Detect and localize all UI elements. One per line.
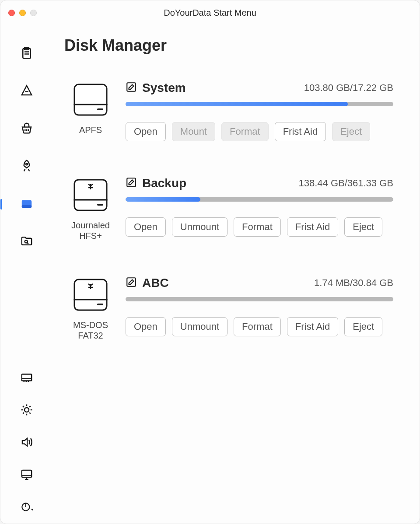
disk-filesystem-label: Journaled HFS+ [64, 220, 117, 241]
disk-usage-bar [126, 197, 393, 202]
sidebar-item-apps[interactable] [19, 84, 35, 99]
eject-button: Eject [332, 122, 370, 141]
apps-icon [20, 84, 33, 99]
sidebar-item-memory[interactable] [19, 370, 35, 386]
disk-actions: OpenUnmountFormatFrist AidEject [126, 317, 393, 336]
disk-name: ABC [142, 276, 169, 290]
titlebar: DoYourData Start Menu [0, 0, 420, 25]
edit-name-icon[interactable] [126, 276, 137, 290]
disk-actions: OpenMountFormatFrist AidEject [126, 122, 393, 141]
svg-rect-32 [97, 108, 103, 110]
sidebar-item-disk-manager[interactable] [19, 196, 35, 212]
sidebar-item-power[interactable] [19, 500, 35, 516]
window-title: DoYourData Start Menu [0, 8, 420, 18]
format-button[interactable]: Format [234, 317, 281, 336]
rocket-icon [20, 159, 33, 174]
svg-rect-34 [97, 204, 103, 206]
monitor-icon [20, 468, 33, 483]
svg-rect-37 [127, 278, 136, 286]
sidebar-item-sound[interactable] [19, 435, 35, 451]
svg-line-11 [27, 243, 28, 244]
svg-rect-9 [22, 205, 32, 208]
page-title: Disk Manager [64, 36, 393, 55]
main-content: Disk Manager APFS System 103.80 GB/17.22… [53, 25, 420, 524]
sidebar-item-display[interactable] [19, 468, 35, 483]
sidebar [0, 25, 53, 524]
disk-name: Backup [142, 176, 186, 190]
edit-name-icon[interactable] [126, 177, 137, 190]
disk-usage-bar [126, 297, 393, 301]
sidebar-item-cleanup[interactable] [19, 121, 35, 137]
disk-row: MS-DOS FAT32 ABC 1.74 MB/30.84 GB OpenUn… [64, 276, 393, 341]
mount-button[interactable]: Unmount [172, 217, 228, 237]
svg-line-24 [23, 412, 24, 414]
mount-button: Mount [172, 122, 215, 141]
power-icon [20, 500, 33, 515]
svg-point-10 [25, 240, 28, 243]
open-button[interactable]: Open [126, 317, 166, 336]
drive-icon [71, 176, 110, 214]
edit-name-icon[interactable] [126, 81, 137, 94]
svg-rect-35 [127, 178, 136, 187]
mount-button[interactable]: Unmount [172, 317, 228, 336]
clipboard-icon [20, 46, 33, 61]
svg-point-17 [24, 408, 29, 412]
disk-size-label: 138.44 GB/361.33 GB [299, 178, 394, 189]
svg-line-25 [29, 406, 31, 407]
folder-search-icon [20, 234, 33, 249]
sidebar-item-brightness[interactable] [19, 403, 35, 419]
disk-size-label: 103.80 GB/17.22 GB [304, 82, 393, 94]
drive-icon [71, 276, 110, 314]
drive-icon [71, 81, 110, 119]
close-window-button[interactable] [8, 10, 15, 16]
disk-usage-bar [126, 102, 393, 106]
disk-actions: OpenUnmountFormatFrist AidEject [126, 217, 393, 237]
svg-line-22 [23, 406, 24, 407]
speaker-icon [20, 436, 33, 451]
svg-point-8 [26, 163, 28, 165]
svg-rect-33 [127, 83, 136, 91]
firstaid-button[interactable]: Frist Aid [275, 122, 326, 141]
svg-rect-12 [22, 374, 32, 381]
disk-size-label: 1.74 MB/30.84 GB [314, 277, 393, 289]
firstaid-button[interactable]: Frist Aid [287, 217, 338, 237]
svg-line-23 [29, 412, 31, 414]
window-controls [8, 10, 37, 16]
app-window: DoYourData Start Menu [0, 0, 420, 524]
firstaid-button[interactable]: Frist Aid [287, 317, 338, 336]
basket-icon [20, 122, 33, 136]
disk-icon [20, 197, 33, 212]
sidebar-item-file-search[interactable] [19, 234, 35, 250]
disk-filesystem-label: MS-DOS FAT32 [64, 320, 117, 341]
format-button[interactable]: Format [234, 217, 281, 237]
disk-name: System [142, 81, 186, 95]
minimize-window-button[interactable] [19, 10, 26, 16]
eject-button[interactable]: Eject [344, 317, 382, 336]
sun-icon [20, 403, 33, 418]
maximize-window-button[interactable] [30, 10, 37, 16]
sidebar-item-clipboard[interactable] [19, 46, 35, 62]
format-button: Format [221, 122, 269, 141]
disk-filesystem-label: APFS [79, 125, 102, 135]
eject-button[interactable]: Eject [344, 217, 382, 237]
svg-rect-36 [97, 304, 103, 305]
open-button[interactable]: Open [126, 217, 166, 237]
sidebar-item-startup[interactable] [19, 159, 35, 175]
memory-icon [20, 371, 33, 386]
disk-row: Journaled HFS+ Backup 138.44 GB/361.33 G… [64, 176, 393, 241]
svg-rect-26 [22, 470, 32, 477]
disk-row: APFS System 103.80 GB/17.22 GB OpenMount… [64, 81, 393, 141]
open-button[interactable]: Open [126, 122, 166, 141]
